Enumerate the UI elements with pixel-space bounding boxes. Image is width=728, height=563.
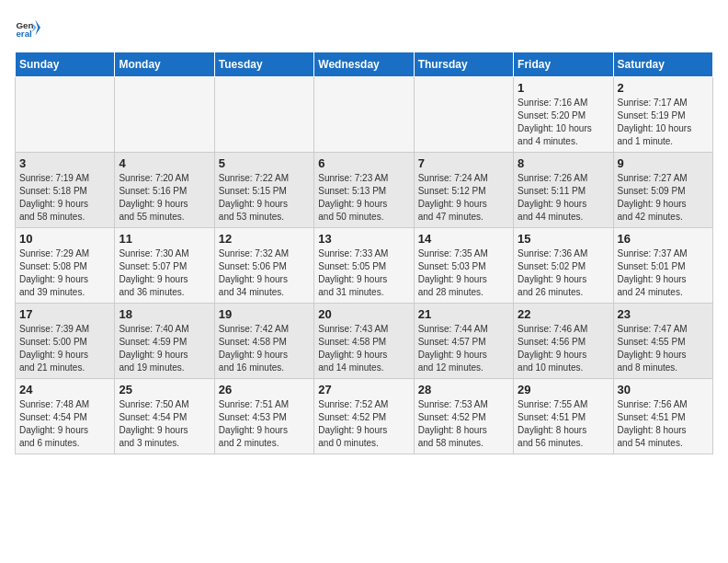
- day-info: Sunrise: 7:51 AM Sunset: 4:53 PM Dayligh…: [219, 398, 310, 450]
- calendar-cell: 25Sunrise: 7:50 AM Sunset: 4:54 PM Dayli…: [115, 379, 214, 454]
- calendar-cell: [314, 77, 414, 153]
- calendar-cell: 20Sunrise: 7:43 AM Sunset: 4:58 PM Dayli…: [314, 304, 414, 379]
- page-header: Gen eral: [15, 15, 713, 40]
- calendar-cell: 17Sunrise: 7:39 AM Sunset: 5:00 PM Dayli…: [16, 304, 115, 379]
- day-info: Sunrise: 7:44 AM Sunset: 4:57 PM Dayligh…: [418, 323, 509, 374]
- day-number: 1: [518, 81, 609, 95]
- day-number: 18: [119, 307, 210, 321]
- day-number: 4: [119, 156, 210, 170]
- calendar-cell: 3Sunrise: 7:19 AM Sunset: 5:18 PM Daylig…: [16, 153, 115, 228]
- day-info: Sunrise: 7:33 AM Sunset: 5:05 PM Dayligh…: [318, 247, 409, 299]
- day-info: Sunrise: 7:52 AM Sunset: 4:52 PM Dayligh…: [318, 398, 409, 450]
- calendar-cell: 28Sunrise: 7:53 AM Sunset: 4:52 PM Dayli…: [414, 379, 513, 454]
- day-info: Sunrise: 7:53 AM Sunset: 4:52 PM Dayligh…: [418, 398, 509, 450]
- day-number: 14: [418, 232, 509, 246]
- weekday-header-friday: Friday: [514, 52, 613, 77]
- day-info: Sunrise: 7:36 AM Sunset: 5:02 PM Dayligh…: [518, 247, 609, 299]
- day-info: Sunrise: 7:19 AM Sunset: 5:18 PM Dayligh…: [19, 172, 110, 224]
- day-number: 25: [119, 383, 210, 396]
- weekday-header-monday: Monday: [115, 52, 214, 77]
- calendar-week-row: 1Sunrise: 7:16 AM Sunset: 5:20 PM Daylig…: [16, 77, 713, 153]
- weekday-header-wednesday: Wednesday: [314, 52, 414, 77]
- day-info: Sunrise: 7:43 AM Sunset: 4:58 PM Dayligh…: [318, 323, 409, 374]
- day-info: Sunrise: 7:48 AM Sunset: 4:54 PM Dayligh…: [19, 398, 110, 450]
- calendar-week-row: 24Sunrise: 7:48 AM Sunset: 4:54 PM Dayli…: [16, 379, 713, 454]
- calendar-cell: [115, 77, 214, 153]
- svg-text:eral: eral: [16, 29, 32, 39]
- weekday-header-tuesday: Tuesday: [214, 52, 313, 77]
- day-number: 7: [418, 156, 509, 170]
- day-number: 27: [318, 383, 409, 396]
- weekday-header-saturday: Saturday: [613, 52, 712, 77]
- logo-icon: Gen eral: [15, 15, 40, 40]
- day-info: Sunrise: 7:24 AM Sunset: 5:12 PM Dayligh…: [418, 172, 509, 224]
- day-number: 17: [19, 307, 110, 321]
- calendar-cell: 27Sunrise: 7:52 AM Sunset: 4:52 PM Dayli…: [314, 379, 414, 454]
- logo: Gen eral: [15, 15, 44, 40]
- day-number: 21: [418, 307, 509, 321]
- calendar-cell: [16, 77, 115, 153]
- day-info: Sunrise: 7:29 AM Sunset: 5:08 PM Dayligh…: [19, 247, 110, 299]
- day-info: Sunrise: 7:35 AM Sunset: 5:03 PM Dayligh…: [418, 247, 509, 299]
- day-number: 29: [518, 383, 609, 396]
- calendar-cell: 15Sunrise: 7:36 AM Sunset: 5:02 PM Dayli…: [514, 228, 613, 304]
- calendar-cell: 21Sunrise: 7:44 AM Sunset: 4:57 PM Dayli…: [414, 304, 513, 379]
- day-info: Sunrise: 7:39 AM Sunset: 5:00 PM Dayligh…: [19, 323, 110, 374]
- day-info: Sunrise: 7:23 AM Sunset: 5:13 PM Dayligh…: [318, 172, 409, 224]
- day-info: Sunrise: 7:26 AM Sunset: 5:11 PM Dayligh…: [518, 172, 609, 224]
- calendar-cell: 11Sunrise: 7:30 AM Sunset: 5:07 PM Dayli…: [115, 228, 214, 304]
- day-number: 6: [318, 156, 409, 170]
- calendar-cell: 4Sunrise: 7:20 AM Sunset: 5:16 PM Daylig…: [115, 153, 214, 228]
- day-info: Sunrise: 7:27 AM Sunset: 5:09 PM Dayligh…: [618, 172, 709, 224]
- day-number: 22: [518, 307, 609, 321]
- day-info: Sunrise: 7:56 AM Sunset: 4:51 PM Dayligh…: [618, 398, 709, 450]
- calendar-cell: 8Sunrise: 7:26 AM Sunset: 5:11 PM Daylig…: [514, 153, 613, 228]
- calendar-cell: 7Sunrise: 7:24 AM Sunset: 5:12 PM Daylig…: [414, 153, 513, 228]
- day-number: 30: [618, 383, 709, 396]
- day-info: Sunrise: 7:37 AM Sunset: 5:01 PM Dayligh…: [618, 247, 709, 299]
- day-number: 16: [618, 232, 709, 246]
- day-number: 28: [418, 383, 509, 396]
- calendar-cell: 30Sunrise: 7:56 AM Sunset: 4:51 PM Dayli…: [613, 379, 712, 454]
- calendar-cell: 6Sunrise: 7:23 AM Sunset: 5:13 PM Daylig…: [314, 153, 414, 228]
- day-number: 2: [618, 81, 709, 95]
- day-number: 19: [219, 307, 310, 321]
- day-info: Sunrise: 7:55 AM Sunset: 4:51 PM Dayligh…: [518, 398, 609, 450]
- calendar-cell: 16Sunrise: 7:37 AM Sunset: 5:01 PM Dayli…: [613, 228, 712, 304]
- calendar-table: SundayMondayTuesdayWednesdayThursdayFrid…: [15, 52, 713, 454]
- day-number: 24: [19, 383, 110, 396]
- calendar-week-row: 17Sunrise: 7:39 AM Sunset: 5:00 PM Dayli…: [16, 304, 713, 379]
- day-number: 23: [618, 307, 709, 321]
- day-info: Sunrise: 7:16 AM Sunset: 5:20 PM Dayligh…: [518, 97, 609, 148]
- calendar-cell: 1Sunrise: 7:16 AM Sunset: 5:20 PM Daylig…: [514, 77, 613, 153]
- day-number: 9: [618, 156, 709, 170]
- day-info: Sunrise: 7:22 AM Sunset: 5:15 PM Dayligh…: [219, 172, 310, 224]
- calendar-week-row: 3Sunrise: 7:19 AM Sunset: 5:18 PM Daylig…: [16, 153, 713, 228]
- day-info: Sunrise: 7:42 AM Sunset: 4:58 PM Dayligh…: [219, 323, 310, 374]
- calendar-cell: 9Sunrise: 7:27 AM Sunset: 5:09 PM Daylig…: [613, 153, 712, 228]
- calendar-cell: 19Sunrise: 7:42 AM Sunset: 4:58 PM Dayli…: [214, 304, 313, 379]
- day-number: 10: [19, 232, 110, 246]
- day-info: Sunrise: 7:17 AM Sunset: 5:19 PM Dayligh…: [618, 97, 709, 148]
- day-info: Sunrise: 7:47 AM Sunset: 4:55 PM Dayligh…: [618, 323, 709, 374]
- day-number: 26: [219, 383, 310, 396]
- day-number: 11: [119, 232, 210, 246]
- day-info: Sunrise: 7:46 AM Sunset: 4:56 PM Dayligh…: [518, 323, 609, 374]
- calendar-cell: 13Sunrise: 7:33 AM Sunset: 5:05 PM Dayli…: [314, 228, 414, 304]
- day-number: 13: [318, 232, 409, 246]
- day-number: 3: [19, 156, 110, 170]
- day-info: Sunrise: 7:50 AM Sunset: 4:54 PM Dayligh…: [119, 398, 210, 450]
- weekday-header-sunday: Sunday: [16, 52, 115, 77]
- calendar-cell: [414, 77, 513, 153]
- calendar-cell: 22Sunrise: 7:46 AM Sunset: 4:56 PM Dayli…: [514, 304, 613, 379]
- weekday-header-thursday: Thursday: [414, 52, 513, 77]
- day-number: 12: [219, 232, 310, 246]
- calendar-cell: 23Sunrise: 7:47 AM Sunset: 4:55 PM Dayli…: [613, 304, 712, 379]
- calendar-cell: 26Sunrise: 7:51 AM Sunset: 4:53 PM Dayli…: [214, 379, 313, 454]
- day-info: Sunrise: 7:40 AM Sunset: 4:59 PM Dayligh…: [119, 323, 210, 374]
- calendar-cell: 12Sunrise: 7:32 AM Sunset: 5:06 PM Dayli…: [214, 228, 313, 304]
- calendar-cell: 18Sunrise: 7:40 AM Sunset: 4:59 PM Dayli…: [115, 304, 214, 379]
- day-info: Sunrise: 7:32 AM Sunset: 5:06 PM Dayligh…: [219, 247, 310, 299]
- day-number: 20: [318, 307, 409, 321]
- day-info: Sunrise: 7:20 AM Sunset: 5:16 PM Dayligh…: [119, 172, 210, 224]
